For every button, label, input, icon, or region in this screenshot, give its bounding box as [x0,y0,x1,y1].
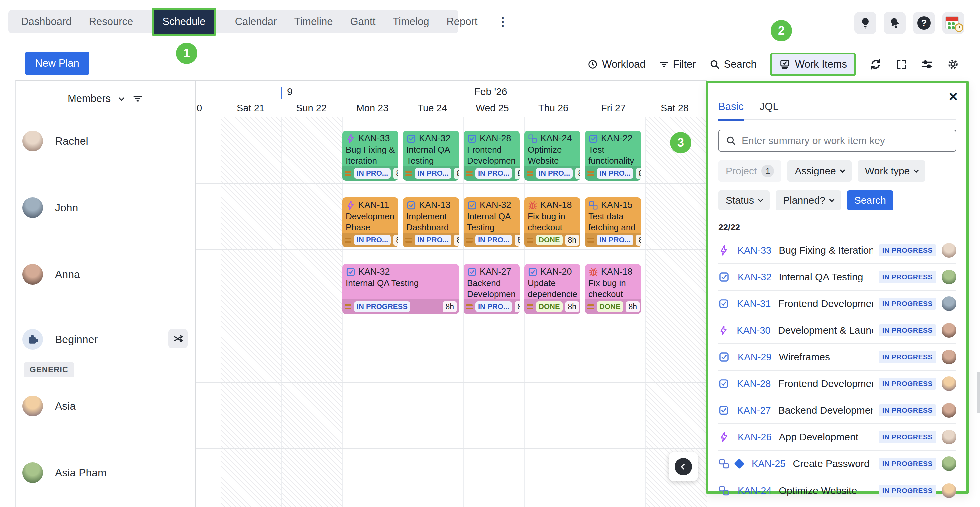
lightbulb-button[interactable] [854,12,877,34]
new-plan-button[interactable]: New Plan [25,52,89,75]
task-card[interactable]: KAN-18 Fix bug in checkout flow DONE8h [524,197,580,247]
task-card[interactable]: KAN-24 Optimize Website IN PRO...8h [524,131,580,181]
list-item[interactable]: KAN-33 Bug Fixing & Iteration IN PROGRES… [718,237,956,264]
work-item-summary: App Development [779,431,858,443]
work-item-key[interactable]: KAN-29 [738,352,772,363]
hours-badge: 8h [393,168,398,179]
member-row-rachel[interactable]: Rachel [16,131,195,151]
tab-timeline[interactable]: Timeline [294,16,332,28]
filter-button[interactable]: Filter [659,58,696,70]
list-item[interactable]: KAN-29 Wireframes IN PROGRESS [718,344,956,371]
task-card[interactable]: KAN-33 Bug Fixing & Iteration IN PRO...8… [342,131,398,181]
list-item[interactable]: KAN-28 Frontend Development IN PROGRESS [718,371,956,397]
tab-calendar[interactable]: Calendar [235,16,277,28]
card-title: Internal QA Testing [406,144,456,166]
puzzle-icon [26,333,39,346]
assignee-filter-chip[interactable]: Assignee [788,161,851,182]
card-title: Optimize Website [528,144,577,166]
list-item[interactable]: KAN-26 App Development IN PROGRESS [718,424,956,451]
day-label-fri27: Fri 27 [601,103,626,114]
tab-resource[interactable]: Resource [89,16,133,28]
page-scrollbar[interactable] [977,372,980,413]
task-card[interactable]: KAN-32 Internal QA Testing IN PRO...8h [403,131,459,181]
annotation-step-2: 2 [771,20,792,41]
chevron-down-icon [914,167,919,173]
work-item-key[interactable]: KAN-31 [737,298,771,309]
tab-report[interactable]: Report [446,16,477,28]
search-toggle-button[interactable]: Search [710,58,757,70]
list-item[interactable]: KAN-24 Optimize Website IN PROGRESS [718,477,956,504]
chevron-down-icon [829,197,835,202]
list-item[interactable]: KAN-31 Frontend Development IN PROGRESS [718,291,956,317]
priority-medium-icon [345,238,352,243]
priority-medium-icon [405,238,412,243]
task-card[interactable]: KAN-13 Implement Dashboard IN PRO...8h [403,197,459,247]
sliders-icon[interactable] [921,58,933,71]
day-label-sun22: Sun 22 [296,103,327,114]
task-card[interactable]: KAN-32 Internal QA Testing IN PROGRESS8h [342,264,459,314]
work-items-panel: × Basic JQL Project 1 Assignee Work type [706,81,969,494]
list-item[interactable]: KAN-25 Create Password IN PROGRESS [718,451,956,477]
work-item-key[interactable]: KAN-24 [738,485,772,496]
task-card[interactable]: KAN-32 Internal QA Testing IN PRO...8h [464,197,520,247]
task-card[interactable]: KAN-18 Fix bug in checkout flow DONE8h [585,264,641,314]
card-key: KAN-28 [480,134,511,144]
tab-basic[interactable]: Basic [718,101,744,121]
list-item[interactable]: KAN-32 Internal QA Testing IN PROGRESS [718,264,956,291]
list-item[interactable]: KAN-30 Development & Launch IN PROGRESS [718,317,956,344]
refresh-icon[interactable] [869,58,882,71]
lightning-icon [718,245,730,256]
list-item[interactable]: KAN-27 Backend Development IN PROGRESS [718,397,956,424]
task-card[interactable]: KAN-22 Test functionality IN PRO...8h [585,131,641,181]
panel-search-button[interactable]: Search [847,190,893,210]
work-item-key[interactable]: KAN-30 [737,325,771,336]
work-item-key[interactable]: KAN-26 [738,432,772,443]
work-item-key[interactable]: KAN-28 [737,378,771,389]
search-icon [725,135,737,146]
close-icon[interactable]: × [949,89,958,104]
work-item-key[interactable]: KAN-32 [738,272,772,283]
work-item-key[interactable]: KAN-25 [752,458,786,469]
notifications-button[interactable] [884,12,906,34]
card-key: KAN-22 [601,134,633,144]
status-filter-chip[interactable]: Status [718,190,770,210]
collapse-panel-button[interactable] [669,452,698,482]
status-filter-label: Status [725,195,754,206]
fullscreen-icon[interactable] [895,58,907,70]
help-button[interactable]: ? [913,12,935,34]
planned-filter-chip[interactable]: Planned? [776,190,841,210]
work-type-filter-chip[interactable]: Work type [858,161,926,182]
member-row-asia[interactable]: Asia [16,396,195,416]
task-card[interactable]: KAN-11 Development Phase IN PRO...8h [342,197,398,247]
status-badge: IN PRO... [597,235,633,245]
tab-gantt[interactable]: Gantt [350,16,375,28]
workload-button[interactable]: Workload [587,58,645,70]
search-input[interactable] [742,135,949,146]
week-number: 9 [287,86,293,97]
members-header[interactable]: Members [16,81,195,117]
tab-jql[interactable]: JQL [760,101,779,119]
task-card[interactable]: KAN-20 Update dependencies DONE8h [524,264,580,314]
avatar [942,296,956,311]
tab-timelog[interactable]: Timelog [393,16,429,28]
tab-dashboard[interactable]: Dashboard [21,16,72,28]
shuffle-button[interactable] [168,329,188,348]
work-item-key[interactable]: KAN-33 [738,245,772,256]
member-row-anna[interactable]: Anna [16,264,195,284]
work-item-key[interactable]: KAN-27 [737,405,771,416]
status-badge: IN PRO... [354,235,391,245]
app-logo-button[interactable] [942,12,964,34]
gear-icon[interactable] [947,58,959,71]
task-card[interactable]: KAN-28 Frontend Development IN PRO...8h [464,131,520,181]
project-filter-chip[interactable]: Project 1 [718,161,781,182]
tab-schedule[interactable]: Schedule [152,8,216,36]
task-card[interactable]: KAN-27 Backend Development IN PRO...8h [464,264,520,314]
member-row-asia-pham[interactable]: Asia Pham [16,462,195,483]
kebab-menu-icon[interactable]: ⋮ [497,15,509,29]
member-row-john[interactable]: John [16,197,195,218]
members-filter-icon[interactable] [132,93,143,104]
work-items-button[interactable]: Work Items [770,52,856,76]
hours-badge: 8h [565,301,579,312]
task-card[interactable]: KAN-15 Test data fetching and IN PRO...8… [585,197,641,247]
work-item-search[interactable] [718,130,956,152]
